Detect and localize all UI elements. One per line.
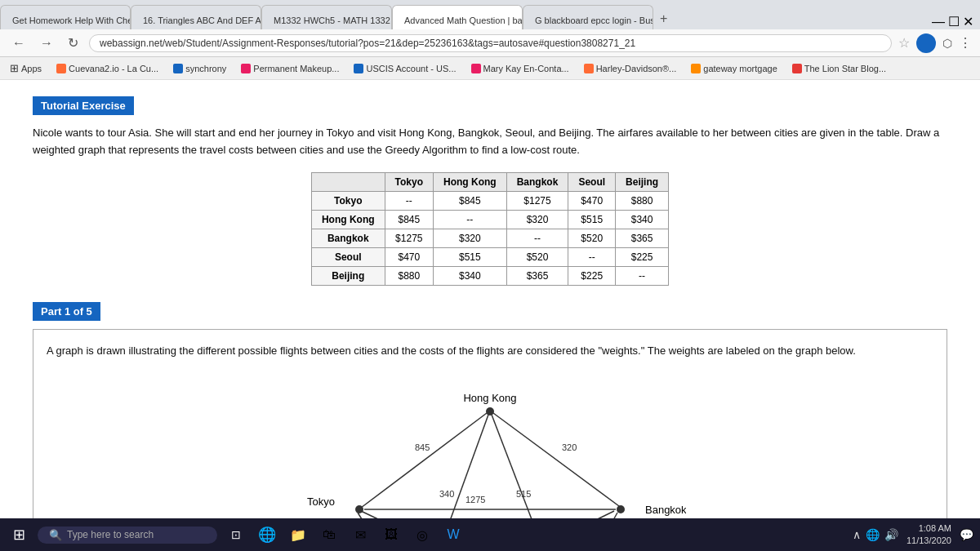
uscis-favicon: [354, 64, 363, 73]
col-header-bangkok: Bangkok: [506, 172, 568, 191]
forward-button[interactable]: →: [36, 34, 57, 52]
task-view-button[interactable]: ⊡: [224, 522, 248, 547]
edge-hongkong-bangkok: [493, 413, 619, 506]
bookmark-synchrony[interactable]: synchrony: [170, 62, 229, 75]
edge-browser-icon[interactable]: 🌐: [255, 522, 279, 547]
file-explorer-icon[interactable]: 📁: [286, 522, 310, 547]
store-icon[interactable]: 🛍: [317, 522, 341, 547]
clock-date: 11/13/2020: [906, 535, 951, 547]
minimize-button[interactable]: —: [932, 15, 945, 29]
table-cell: $365: [506, 266, 568, 285]
part-header: Part 1 of 5: [33, 302, 100, 321]
synchrony-favicon: [173, 64, 183, 73]
label-hongkong: Hong Kong: [463, 392, 516, 404]
address-bar: ← → ↻ webassign.net/web/Student/Assignme…: [0, 29, 980, 57]
time-display[interactable]: 1:08 AM 11/13/2020: [906, 522, 951, 548]
bookmark-uscis[interactable]: USCIS Account - US...: [350, 62, 459, 75]
node-bangkok: [617, 505, 625, 513]
page-content: Tutorial Exercise Nicole wants to tour A…: [0, 80, 980, 539]
chrome-icon[interactable]: ◎: [410, 522, 434, 547]
table-cell: $340: [434, 266, 507, 285]
table-cell: --: [434, 210, 507, 229]
table-cell: --: [506, 229, 568, 247]
bookmark-gateway[interactable]: gateway mortgage: [688, 62, 781, 75]
table-cell: $880: [616, 191, 669, 210]
graph-container: Hong Kong Tokyo Bangkok Beijing Seoul 84…: [47, 371, 933, 539]
weight-hk-seoul: 515: [516, 489, 531, 499]
tutorial-exercise-header: Tutorial Exercise: [33, 96, 134, 115]
photos-icon[interactable]: 🖼: [379, 522, 403, 547]
weight-tokyo-hk: 845: [415, 442, 430, 452]
table-cell: $225: [616, 247, 669, 266]
col-header-hongkong: Hong Kong: [434, 172, 507, 191]
restore-button[interactable]: ☐: [948, 14, 960, 29]
table-cell: --: [385, 191, 433, 210]
bookmarks-bar: ⊞ Apps Cuevana2.io - La Cu... synchrony …: [0, 57, 980, 80]
start-button[interactable]: ⊞: [7, 522, 31, 547]
mail-icon[interactable]: ✉: [348, 522, 372, 547]
table-cell: $340: [616, 210, 669, 229]
bookmarks-apps[interactable]: ⊞ Apps: [7, 60, 45, 76]
col-header-beijing: Beijing: [616, 172, 669, 191]
lionstar-favicon: [792, 64, 802, 73]
weight-tokyo-bangkok: 1275: [466, 495, 485, 504]
edge-tokyo-hongkong: [361, 413, 487, 508]
col-header-seoul: Seoul: [568, 172, 616, 191]
apps-grid-icon: ⊞: [10, 62, 19, 74]
row-header: Beijing: [311, 266, 385, 285]
search-icon: 🔍: [49, 529, 62, 541]
row-header: Tokyo: [311, 191, 385, 210]
system-tray: ∧ 🌐 🔊: [853, 528, 898, 541]
label-bangkok: Bangkok: [645, 504, 686, 516]
tab-1[interactable]: Get Homework Help With Cheg… ✕: [0, 5, 131, 29]
marykay-favicon: [471, 64, 481, 73]
table-cell: $225: [568, 266, 616, 285]
row-header: Hong Kong: [311, 210, 385, 229]
weight-hk-beijing: 340: [439, 489, 454, 499]
new-tab-button[interactable]: +: [653, 8, 674, 29]
tab-5[interactable]: G blackboard epcc login - Buscar… ✕: [523, 5, 653, 29]
harley-favicon: [584, 64, 594, 73]
url-input[interactable]: webassign.net/web/Student/Assignment-Res…: [89, 34, 892, 52]
bookmark-star-icon[interactable]: ☆: [898, 35, 910, 51]
table-cell: $520: [506, 247, 568, 266]
taskbar-search-text: Type here to search: [67, 529, 154, 540]
table-cell: $470: [385, 247, 433, 266]
cuevana-favicon: [56, 64, 66, 73]
part-section: Part 1 of 5 A graph is drawn illustratin…: [33, 302, 947, 539]
extensions-icon[interactable]: ⬡: [942, 37, 952, 50]
table-row: Tokyo--$845$1275$470$880: [311, 191, 668, 210]
table-cell: $515: [568, 210, 616, 229]
table-row: Hong Kong$845--$320$515$340: [311, 210, 668, 229]
bookmark-marykay[interactable]: Mary Kay En-Conta...: [468, 62, 572, 75]
table-row: Bangkok$1275$320--$520$365: [311, 229, 668, 247]
table-cell: $470: [568, 191, 616, 210]
tab-4-active[interactable]: Advanced Math Question | bartl… ✕: [392, 5, 523, 29]
distance-table: Tokyo Hong Kong Bangkok Seoul Beijing To…: [311, 172, 669, 286]
table-cell: $320: [434, 229, 507, 247]
table-cell: $365: [616, 229, 669, 247]
close-button[interactable]: ✕: [963, 14, 973, 29]
taskbar-search-box[interactable]: 🔍 Type here to search: [38, 527, 217, 544]
back-button[interactable]: ←: [8, 34, 29, 52]
network-icon[interactable]: 🌐: [866, 528, 880, 541]
bookmark-lionstar[interactable]: The Lion Star Blog...: [789, 62, 889, 75]
table-cell: $845: [385, 210, 433, 229]
bookmark-harley[interactable]: Harley-Davidson®...: [581, 62, 680, 75]
notification-icon[interactable]: 💬: [960, 528, 973, 541]
word-icon[interactable]: W: [441, 522, 466, 547]
tab-3[interactable]: M1332 HWCh5 - MATH 1332 CR… ✕: [261, 5, 392, 29]
bookmark-cuevana[interactable]: Cuevana2.io - La Cu...: [53, 62, 162, 75]
settings-icon[interactable]: ⋮: [959, 35, 972, 51]
reload-button[interactable]: ↻: [64, 33, 82, 52]
taskbar-right: ∧ 🌐 🔊 1:08 AM 11/13/2020 💬: [853, 522, 973, 548]
tabs-bar: Get Homework Help With Cheg… ✕ 16. Trian…: [0, 0, 980, 29]
bookmark-makeup[interactable]: Permanent Makeup...: [238, 62, 342, 75]
profile-icon[interactable]: [916, 33, 936, 53]
col-header-empty: [311, 172, 385, 191]
taskbar: ⊞ 🔍 Type here to search ⊡ 🌐 📁 🛍 ✉ 🖼 ◎ W …: [0, 518, 980, 551]
chevron-up-icon[interactable]: ∧: [853, 528, 861, 541]
tab-2[interactable]: 16. Triangles ABC And DEF Are S… ✕: [131, 5, 261, 29]
table-cell: $845: [434, 191, 507, 210]
sound-icon[interactable]: 🔊: [884, 528, 898, 541]
